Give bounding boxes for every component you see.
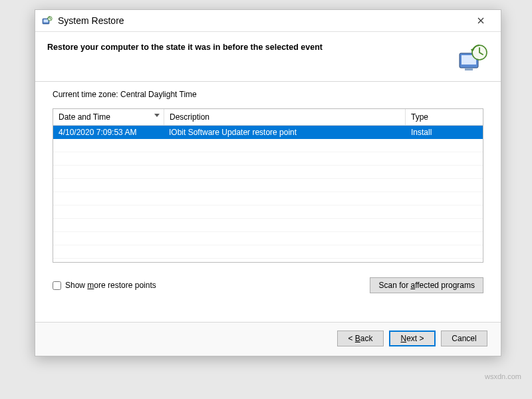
table-row[interactable]: 4/10/2020 7:09:53 AM IObit Software Upda… bbox=[53, 126, 483, 139]
cell-type: Install bbox=[406, 128, 483, 137]
restore-points-table[interactable]: Date and Time Description Type 4/10/2020… bbox=[53, 108, 483, 263]
header: Restore your computer to the state it wa… bbox=[35, 32, 501, 82]
system-restore-dialog: System Restore Restore your computer to … bbox=[35, 9, 501, 356]
svg-rect-6 bbox=[465, 68, 473, 70]
restore-hero-icon bbox=[456, 41, 489, 74]
table-body: 4/10/2020 7:09:53 AM IObit Software Upda… bbox=[53, 126, 483, 262]
window-title: System Restore bbox=[58, 15, 124, 26]
sort-descending-icon bbox=[154, 114, 160, 117]
column-header-description[interactable]: Description bbox=[164, 109, 406, 125]
page-heading: Restore your computer to the state it wa… bbox=[47, 41, 449, 52]
cancel-button[interactable]: Cancel bbox=[441, 331, 487, 346]
show-more-label: Show more restore points bbox=[65, 281, 156, 290]
timezone-label: Current time zone: Central Daylight Time bbox=[53, 90, 483, 99]
content-area: Current time zone: Central Daylight Time… bbox=[35, 82, 501, 322]
close-icon bbox=[477, 17, 484, 24]
back-button[interactable]: < Back bbox=[337, 331, 384, 346]
scan-affected-programs-button[interactable]: Scan for affected programs bbox=[370, 277, 483, 293]
wizard-footer: < Back Next > Cancel bbox=[35, 322, 501, 356]
system-restore-icon bbox=[42, 15, 53, 26]
column-header-date[interactable]: Date and Time bbox=[53, 109, 164, 125]
table-header: Date and Time Description Type bbox=[53, 109, 483, 126]
show-more-checkbox-input[interactable] bbox=[53, 281, 61, 290]
close-button[interactable] bbox=[467, 10, 494, 31]
table-options-row: Show more restore points Scan for affect… bbox=[53, 277, 483, 293]
column-header-type[interactable]: Type bbox=[406, 109, 483, 125]
show-more-restore-points-checkbox[interactable]: Show more restore points bbox=[53, 281, 156, 290]
titlebar: System Restore bbox=[35, 10, 501, 32]
svg-rect-1 bbox=[44, 19, 49, 23]
cell-description: IObit Software Updater restore point bbox=[164, 128, 406, 137]
cell-date: 4/10/2020 7:09:53 AM bbox=[53, 128, 164, 137]
watermark: wsxdn.com bbox=[485, 372, 521, 380]
next-button[interactable]: Next > bbox=[389, 331, 436, 346]
